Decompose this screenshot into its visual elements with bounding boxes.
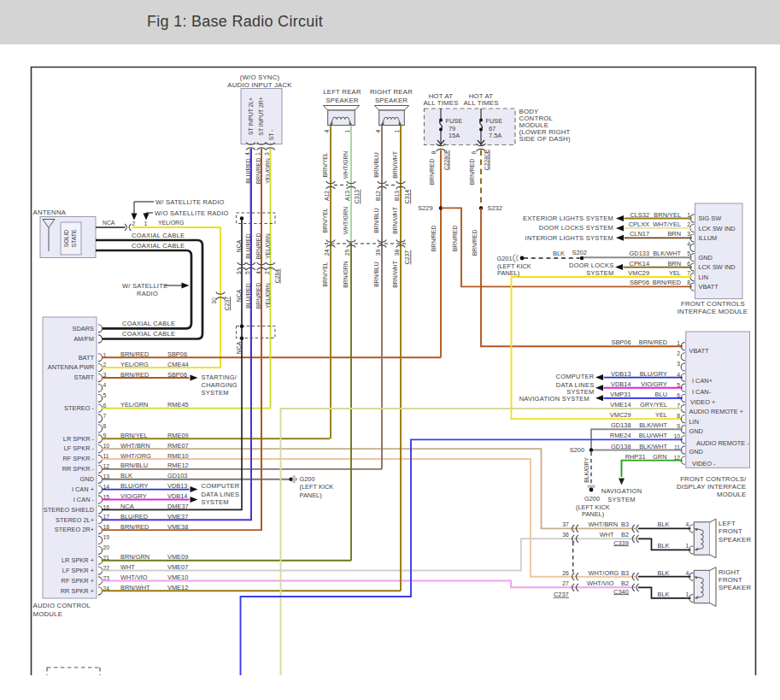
svg-text:AUDIO REMOTE +: AUDIO REMOTE + [689, 408, 743, 415]
svg-text:1: 1 [394, 129, 400, 132]
svg-text:S200: S200 [570, 446, 584, 454]
svg-text:7: 7 [687, 270, 690, 276]
svg-text:STEREO 2R+: STEREO 2R+ [55, 526, 94, 533]
svg-text:5: 5 [103, 392, 107, 398]
svg-text:LR SPKR -: LR SPKR - [63, 435, 95, 443]
svg-text:ST INPUT 2L+: ST INPUT 2L+ [248, 97, 254, 135]
svg-text:VBATT: VBATT [699, 283, 719, 291]
svg-text:BLU/GRY: BLU/GRY [640, 370, 667, 378]
svg-text:NAVIGATION SYSTEM: NAVIGATION SYSTEM [519, 395, 589, 403]
svg-text:SDARS: SDARS [73, 325, 95, 332]
svg-text:4: 4 [103, 382, 107, 388]
svg-text:BLU/WHT: BLU/WHT [639, 432, 668, 439]
svg-text:SBP06: SBP06 [611, 338, 630, 346]
svg-text:SYSTEM: SYSTEM [586, 269, 613, 277]
svg-text:VMP31: VMP31 [610, 391, 630, 398]
svg-text:BRN: BRN [667, 260, 681, 268]
svg-text:GND: GND [80, 475, 94, 483]
svg-text:BRN/YEL: BRN/YEL [322, 208, 328, 232]
svg-text:INTERIOR LIGHTS SYSTEM: INTERIOR LIGHTS SYSTEM [525, 234, 613, 242]
svg-text:BRN/RED: BRN/RED [639, 338, 667, 346]
svg-text:RR SPKR +: RR SPKR + [61, 587, 94, 595]
svg-text:25: 25 [344, 250, 350, 256]
svg-text:BRN/RED: BRN/RED [255, 158, 261, 185]
svg-text:GD133: GD133 [630, 250, 649, 257]
svg-text:SYSTEM: SYSTEM [202, 498, 229, 506]
svg-text:SYSTEM: SYSTEM [202, 389, 229, 397]
svg-text:11: 11 [674, 444, 680, 450]
svg-text:COAXIAL CABLE: COAXIAL CABLE [122, 330, 175, 338]
svg-text:9: 9 [677, 423, 680, 429]
svg-text:A12: A12 [324, 191, 330, 201]
svg-text:GND: GND [689, 448, 703, 456]
svg-text:VDB14: VDB14 [611, 380, 630, 388]
svg-text:5: 5 [677, 382, 680, 388]
svg-text:DME37: DME37 [167, 503, 189, 510]
svg-text:CPK14: CPK14 [630, 260, 649, 268]
svg-text:C264: C264 [274, 269, 280, 283]
svg-text:19: 19 [103, 534, 110, 540]
svg-text:10: 10 [673, 433, 680, 439]
svg-text:FUSE: FUSE [446, 117, 463, 125]
svg-text:STARTING/: STARTING/ [202, 374, 238, 381]
svg-text:5: 5 [687, 250, 690, 256]
svg-text:COMPUTER: COMPUTER [556, 373, 595, 380]
svg-text:YEL/ORG: YEL/ORG [158, 220, 184, 226]
svg-text:1: 1 [677, 340, 680, 346]
svg-text:7: 7 [103, 413, 107, 419]
svg-text:SPEAKER: SPEAKER [325, 97, 358, 104]
svg-text:AUDIO INPUT JACK: AUDIO INPUT JACK [227, 81, 292, 89]
svg-text:FRONT: FRONT [718, 576, 742, 584]
svg-text:C2280F: C2280F [443, 150, 449, 170]
svg-text:RIGHT REAR: RIGHT REAR [370, 88, 413, 96]
svg-text:COAXIAL CABLE: COAXIAL CABLE [132, 232, 185, 239]
svg-text:1: 1 [344, 129, 350, 132]
svg-text:HOT AT: HOT AT [429, 92, 454, 100]
svg-text:ST INPUT 2R+: ST INPUT 2R+ [258, 97, 264, 135]
svg-text:BRN: BRN [667, 230, 681, 238]
svg-text:LEFT REAR: LEFT REAR [323, 88, 361, 96]
svg-text:(LEFT KICK: (LEFT KICK [576, 503, 610, 511]
svg-text:YEL/GRN: YEL/GRN [265, 158, 271, 184]
svg-text:BRN/BLU: BRN/BLU [373, 208, 379, 233]
svg-text:RADIO: RADIO [137, 290, 158, 297]
svg-text:7: 7 [677, 403, 680, 409]
svg-text:24: 24 [324, 250, 330, 256]
svg-text:4: 4 [685, 570, 689, 576]
svg-text:I CAN +: I CAN + [72, 485, 94, 493]
svg-text:36: 36 [562, 532, 569, 538]
svg-text:I CAN -: I CAN - [73, 496, 95, 503]
svg-text:LR SPKR +: LR SPKR + [62, 556, 94, 564]
svg-text:B12: B12 [375, 191, 381, 201]
svg-text:NAVIGATION: NAVIGATION [601, 487, 642, 495]
svg-text:39: 39 [375, 250, 381, 256]
svg-text:1: 1 [144, 221, 148, 226]
svg-text:W/ SATELLITE: W/ SATELLITE [122, 282, 167, 290]
svg-text:FRONT: FRONT [718, 527, 742, 535]
svg-text:CHARGING: CHARGING [202, 381, 238, 389]
svg-text:B2: B2 [621, 579, 629, 587]
svg-text:CLS32: CLS32 [630, 211, 649, 219]
svg-text:YEL/GRN: YEL/GRN [265, 283, 271, 309]
svg-text:BLK/WHT: BLK/WHT [639, 443, 667, 450]
svg-text:DISPLAY INTERFACE: DISPLAY INTERFACE [677, 483, 747, 491]
svg-text:YEL: YEL [655, 411, 667, 419]
svg-text:VDB13: VDB13 [611, 370, 630, 378]
svg-text:NCA: NCA [120, 503, 134, 510]
svg-text:GND: GND [699, 254, 713, 262]
svg-text:4: 4 [685, 521, 689, 527]
svg-text:YEL: YEL [669, 269, 681, 277]
svg-text:MODULE: MODULE [717, 491, 747, 498]
svg-text:WHT/BRN: WHT/BRN [589, 521, 619, 528]
svg-text:BLK: BLK [553, 250, 565, 257]
svg-text:BRN/RED: BRN/RED [452, 226, 458, 252]
svg-text:6: 6 [687, 261, 690, 267]
svg-text:2: 2 [677, 350, 680, 356]
svg-text:SIDE OF DASH): SIDE OF DASH) [519, 135, 571, 143]
svg-text:BLK/GRY: BLK/GRY [584, 457, 589, 483]
svg-text:COAXIAL CABLE: COAXIAL CABLE [132, 242, 185, 250]
svg-text:8: 8 [431, 150, 437, 154]
svg-text:STEREO 2L+: STEREO 2L+ [56, 516, 94, 524]
svg-text:CPLXX: CPLXX [629, 221, 649, 228]
svg-text:WHT/ORG: WHT/ORG [589, 569, 619, 577]
